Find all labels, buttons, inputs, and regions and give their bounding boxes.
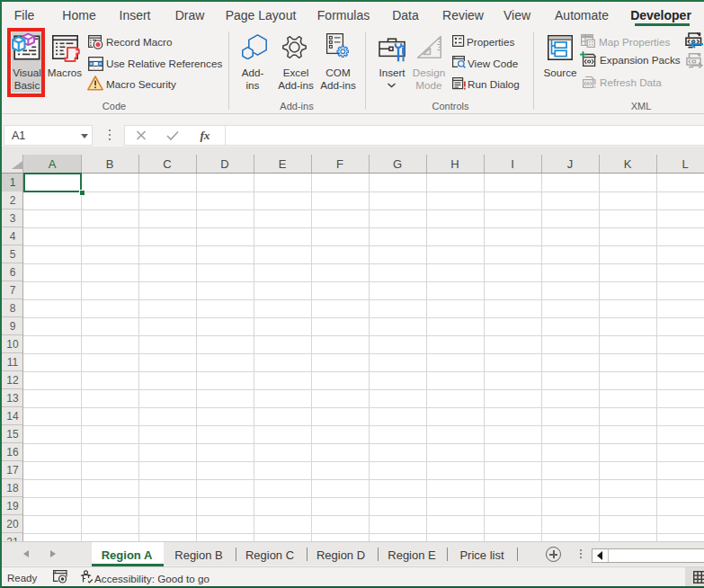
svg-text:fx: fx xyxy=(200,129,209,142)
